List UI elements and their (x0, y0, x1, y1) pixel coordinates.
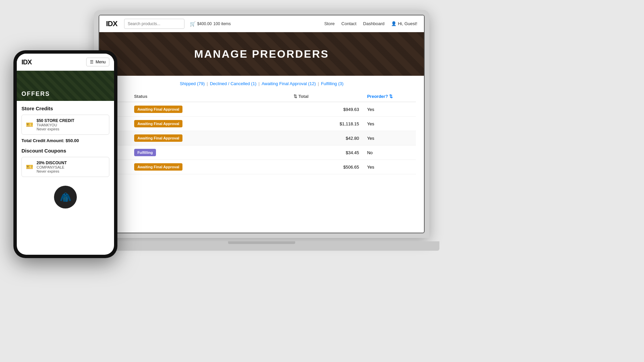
mobile-hero-title: OFFERS (21, 90, 50, 98)
discount-name: 20% DISCOUNT (37, 161, 67, 165)
discount-expiry: Never expires (37, 169, 67, 173)
mobile-device: IDX ☰ Menu OFFERS Store Credits 🎫 $50 ST… (13, 50, 117, 258)
nav-dashboard[interactable]: Dashboard (363, 21, 385, 26)
preorder-value (363, 174, 416, 189)
discount-coupon-card: 🎫 20% DISCOUNT COMPANYSALE Never expires (21, 157, 109, 177)
preorder-value: Yes (363, 102, 416, 117)
hero-title: MANAGE PREORDERS (194, 48, 329, 60)
laptop-navbar: IDX 🛒 $400.00 100 items Store Contact Da… (99, 15, 424, 32)
preorder-column-header[interactable]: Preorder? ⇅ (363, 91, 416, 102)
laptop-screen: IDX 🛒 $400.00 100 items Store Contact Da… (99, 15, 425, 233)
mobile-hero: OFFERS (17, 71, 114, 101)
status-column-header[interactable]: Status (130, 91, 289, 102)
jacket-image: 🧥 (52, 184, 79, 210)
mobile-screen: IDX ☰ Menu OFFERS Store Credits 🎫 $50 ST… (17, 54, 114, 255)
total-value: $34.45 (289, 145, 363, 160)
mobile-menu-button[interactable]: ☰ Menu (86, 58, 109, 66)
preorder-value: Yes (363, 117, 416, 131)
credit-name: $50 STORE CREDIT (37, 118, 74, 123)
credit-code: THANKYOU (37, 123, 74, 127)
table-row: Awaiting Final Approval $506.65 Yes (107, 160, 416, 174)
store-credits-heading: Store Credits (21, 106, 109, 111)
tab-shipped[interactable]: Shipped (79) (180, 81, 205, 86)
svg-text:🧥: 🧥 (60, 192, 71, 203)
total-value (289, 174, 363, 189)
orders-table: Status ⇅ Total Preorder? ⇅ Awaiting Fina… (107, 91, 416, 188)
discount-icon: 🎫 (26, 163, 33, 171)
mobile-navbar: IDX ☰ Menu (17, 54, 114, 71)
tab-declined[interactable]: Declined / Cancelled (1) (210, 81, 257, 86)
table-row: Fulfilling $34.45 No (107, 145, 416, 160)
total-credit-row: Total Credit Amount: $50.00 (21, 138, 109, 143)
cart-items: 100 items (213, 21, 231, 26)
tab-awaiting[interactable]: Awaiting Final Approval (12) (262, 81, 316, 86)
cart-icon: 🛒 (190, 21, 196, 26)
mobile-logo: IDX (21, 58, 32, 66)
preorder-value: Yes (363, 160, 416, 174)
cart-amount: $400.00 (197, 21, 212, 26)
status-badge: Fulfilling (134, 149, 156, 156)
status-badge: Awaiting Final Approval (134, 163, 183, 171)
nav-store[interactable]: Store (324, 21, 335, 26)
status-badge: Awaiting Final Approval (134, 106, 183, 113)
table-row: Awaiting Final Approval $949.63 Yes (107, 102, 416, 117)
table-row: ... (107, 174, 416, 189)
status-badge: Awaiting Final Approval (134, 134, 183, 142)
table-section: Shipped (79) | Declined / Cancelled (1) … (99, 76, 424, 194)
coupon-icon: 🎫 (26, 121, 33, 128)
nav-links: Store Contact Dashboard 👤 Hi, Guest! (324, 21, 417, 26)
cart-button[interactable]: 🛒 $400.00 100 items (190, 21, 231, 26)
total-value: $506.65 (289, 160, 363, 174)
preorder-value: Yes (363, 131, 416, 145)
discount-code: COMPANYSALE (37, 165, 67, 169)
total-value: $1,118.15 (289, 117, 363, 131)
search-input[interactable] (124, 19, 184, 29)
table-row: Awaiting Final Approval $1,118.15 Yes (107, 117, 416, 131)
hamburger-icon: ☰ (90, 60, 94, 64)
nav-contact[interactable]: Contact (341, 21, 357, 26)
mobile-content: Store Credits 🎫 $50 STORE CREDIT THANKYO… (17, 101, 114, 242)
preorder-value: No (363, 145, 416, 160)
jacket-preview-area: 🧥 (21, 184, 109, 210)
laptop-base (84, 241, 439, 251)
filter-tabs: Shipped (79) | Declined / Cancelled (1) … (107, 81, 416, 86)
credit-info: $50 STORE CREDIT THANKYOU Never expires (37, 118, 74, 131)
laptop-hero: MANAGE PREORDERS (99, 32, 424, 76)
menu-label: Menu (96, 60, 106, 64)
total-value: $42.80 (289, 131, 363, 145)
user-name: Hi, Guest! (398, 21, 417, 26)
user-greeting[interactable]: 👤 Hi, Guest! (391, 21, 417, 26)
discount-info: 20% DISCOUNT COMPANYSALE Never expires (37, 161, 67, 173)
discount-coupons-heading: Discount Coupons (21, 148, 109, 154)
status-badge: Awaiting Final Approval (134, 120, 183, 127)
laptop-logo: IDX (106, 19, 117, 28)
total-credit-label: Total Credit Amount: (21, 138, 64, 143)
credit-expiry: Never expires (37, 127, 74, 131)
total-credit-value: $50.00 (65, 138, 79, 143)
total-column-header[interactable]: ⇅ Total (289, 91, 363, 102)
table-row: Awaiting Final Approval $42.80 Yes (107, 131, 416, 145)
user-icon: 👤 (391, 21, 396, 26)
tab-fulfilling[interactable]: Fulfilling (3) (321, 81, 343, 86)
laptop-outer: IDX 🛒 $400.00 100 items Store Contact Da… (94, 10, 429, 238)
store-credit-card: 🎫 $50 STORE CREDIT THANKYOU Never expire… (21, 115, 109, 135)
laptop-device: IDX 🛒 $400.00 100 items Store Contact Da… (94, 10, 429, 261)
total-value: $949.63 (289, 102, 363, 117)
mobile-outer: IDX ☰ Menu OFFERS Store Credits 🎫 $50 ST… (13, 50, 117, 258)
